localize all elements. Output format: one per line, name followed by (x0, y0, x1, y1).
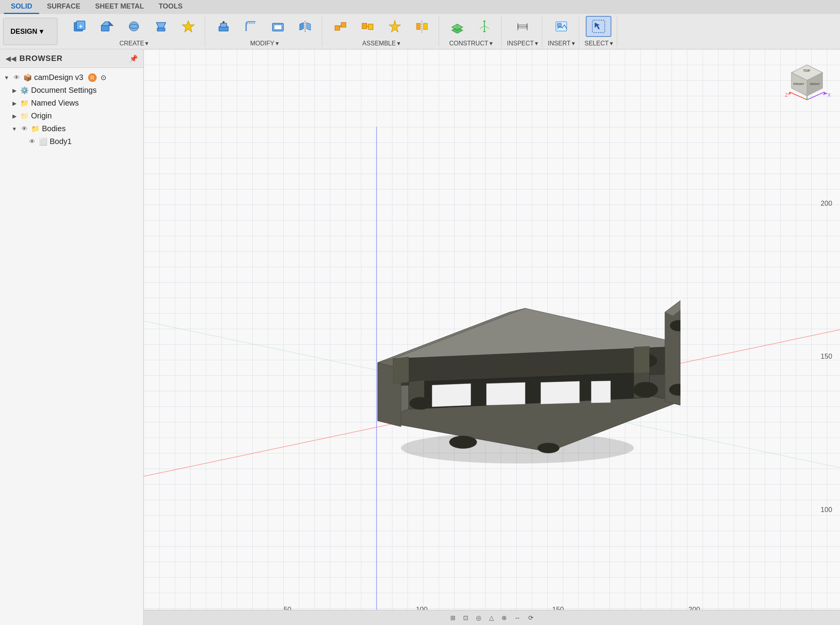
tree-item-origin[interactable]: ▶ 📁 Origin (8, 109, 143, 122)
svg-text:X: X (828, 92, 831, 98)
doc-settings-expand[interactable]: ▶ (11, 87, 18, 94)
tab-sheetmetal[interactable]: SHEET METAL (88, 0, 151, 14)
toolbar-buttons: DESIGN ▾ (0, 14, 840, 49)
root-label: camDesign v3 (34, 73, 83, 82)
motion-link-button[interactable] (382, 16, 408, 37)
shell-button[interactable] (265, 16, 291, 37)
inspect-label-row[interactable]: INSPECT ▾ (507, 40, 538, 47)
create-group: CREATE ▾ (63, 16, 205, 47)
svg-text:RIGHT: RIGHT (810, 82, 820, 86)
tree-item-doc-settings[interactable]: ▶ ⚙️ Document Settings (8, 84, 143, 97)
status-icon-6[interactable]: ↔ (514, 615, 521, 622)
tree-item-root[interactable]: ▼ 👁 📦 camDesign v3 R ⊙ (0, 71, 143, 84)
viewcube[interactable]: Z X TOP FRONT RIGHT (782, 57, 832, 108)
insert-label-row[interactable]: INSERT ▾ (548, 40, 574, 47)
svg-rect-25 (368, 24, 373, 30)
design-label: DESIGN (10, 28, 37, 36)
asbuilt-joint-button[interactable] (355, 16, 380, 37)
svg-rect-43 (592, 20, 605, 33)
select-arrow: ▾ (610, 40, 613, 47)
create-buttons (67, 16, 201, 37)
svg-point-63 (633, 382, 658, 398)
tab-tools[interactable]: TOOLS (152, 0, 190, 14)
root-expand[interactable]: ▼ (3, 74, 10, 81)
mirror-button[interactable] (292, 16, 318, 37)
push-pull-button[interactable] (211, 16, 236, 37)
status-icon-7[interactable]: ⟳ (528, 614, 533, 622)
inspect-group: INSPECT ▾ (503, 16, 542, 47)
modify-buttons (211, 16, 318, 37)
svg-marker-73 (634, 346, 649, 373)
root-eye[interactable]: 👁 (12, 73, 21, 82)
measure-button[interactable] (510, 16, 535, 37)
inspect-arrow: ▾ (535, 40, 538, 47)
browser-title: BROWSER (19, 54, 62, 63)
create-label: CREATE (120, 40, 144, 47)
revolve-button[interactable] (121, 16, 147, 37)
loft-button[interactable] (148, 16, 174, 37)
tab-solid[interactable]: SOLID (4, 0, 39, 14)
ruler-r150: 150 (821, 352, 832, 361)
insert-buttons (548, 16, 574, 37)
tree-item-bodies[interactable]: ▼ 👁 📁 Bodies (8, 122, 143, 135)
status-icon-1[interactable]: ⊞ (450, 614, 455, 622)
insert-canvas-button[interactable] (548, 16, 574, 37)
svg-rect-22 (341, 23, 346, 27)
origin-expand[interactable]: ▶ (11, 113, 18, 120)
bodies-expand[interactable]: ▼ (11, 125, 18, 132)
svg-marker-5 (101, 22, 109, 26)
create-label-row[interactable]: CREATE ▾ (120, 40, 149, 47)
svg-rect-4 (101, 26, 109, 31)
mirror-component-button[interactable] (409, 16, 435, 37)
select-label-row[interactable]: SELECT ▾ (585, 40, 613, 47)
svg-marker-20 (307, 23, 311, 30)
sidebar-pin-button[interactable]: 📌 (129, 54, 138, 63)
new-component-button[interactable] (67, 16, 92, 37)
svg-marker-57 (486, 382, 525, 405)
svg-marker-59 (591, 381, 611, 403)
tree-item-body1[interactable]: ▶ 👁 ⬜ Body1 (16, 135, 143, 148)
modify-label-row[interactable]: MODIFY ▾ (250, 40, 278, 47)
sidebar: ◀◀ BROWSER 📌 ▼ 👁 📦 camDesign v3 R ⊙ ▶ ⚙️… (0, 49, 144, 625)
insert-arrow: ▾ (572, 40, 575, 47)
joint-button[interactable] (328, 16, 353, 37)
root-badge: R (88, 73, 97, 82)
offset-plane-button[interactable] (444, 16, 470, 37)
doc-settings-label: Document Settings (31, 86, 97, 95)
tab-surface[interactable]: SURFACE (40, 0, 87, 14)
construct-label-row[interactable]: CONSTRUCT ▾ (449, 40, 492, 47)
statusbar: ⊞ ⊡ ◎ △ ⊕ ↔ ⟳ (144, 610, 840, 625)
svg-marker-33 (483, 20, 486, 22)
special-button[interactable] (175, 16, 201, 37)
fillet-button[interactable] (238, 16, 264, 37)
bodies-label: Bodies (42, 124, 66, 133)
svg-marker-6 (109, 22, 113, 26)
viewport[interactable]: Z X TOP FRONT RIGHT 50 (144, 49, 840, 625)
select-buttons (586, 16, 611, 37)
assemble-label-row[interactable]: ASSEMBLE ▾ (362, 40, 400, 47)
sidebar-collapse-button[interactable]: ◀◀ (5, 54, 16, 63)
modify-group: MODIFY ▾ (207, 16, 322, 47)
toolbar-tabs: SOLID SURFACE SHEET METAL TOOLS (0, 0, 840, 14)
origin-label: Origin (31, 111, 52, 120)
named-views-expand[interactable]: ▶ (11, 100, 18, 107)
svg-text:TOP: TOP (803, 69, 810, 73)
root-extra-icon: ⊙ (101, 73, 106, 82)
select-button[interactable] (586, 16, 611, 37)
status-icon-4[interactable]: △ (489, 614, 494, 622)
svg-rect-17 (274, 25, 282, 30)
extrude-button[interactable] (94, 16, 120, 37)
body1-eye[interactable]: 👁 (28, 137, 36, 146)
svg-marker-15 (222, 21, 225, 23)
status-icon-5[interactable]: ⊕ (502, 614, 507, 622)
status-icon-2[interactable]: ⊡ (463, 614, 468, 622)
bodies-eye[interactable]: 👁 (20, 125, 29, 133)
axis-button[interactable] (472, 16, 497, 37)
svg-point-64 (410, 397, 431, 410)
design-dropdown[interactable]: DESIGN ▾ (3, 18, 57, 45)
svg-text:Z: Z (785, 92, 788, 98)
status-icon-3[interactable]: ◎ (476, 614, 481, 622)
assemble-buttons (328, 16, 435, 37)
tree-item-named-views[interactable]: ▶ 📁 Named Views (8, 97, 143, 109)
ruler-r100: 100 (821, 506, 832, 514)
